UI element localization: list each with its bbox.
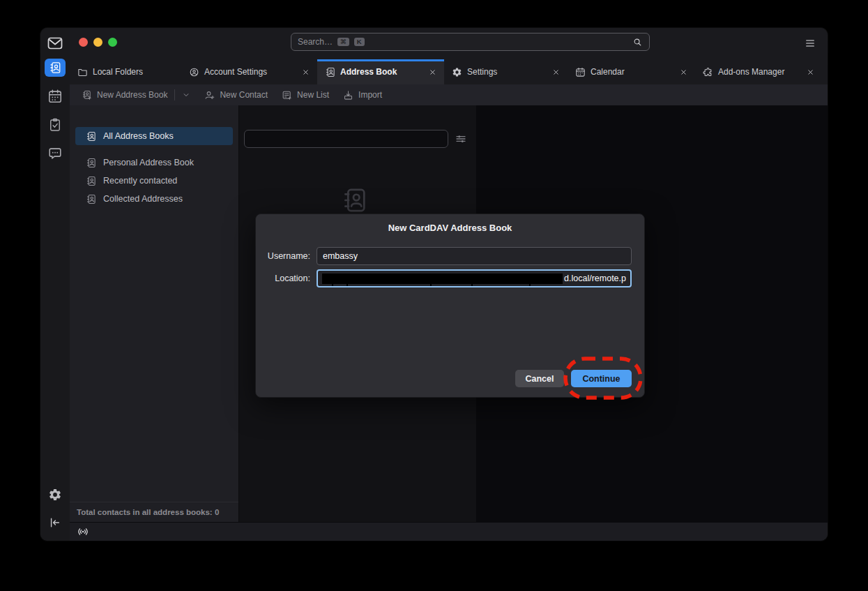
title-bar: Search… ⌘ K (70, 28, 828, 59)
close-tab-icon[interactable] (552, 68, 560, 76)
toolbar-label: New Address Book (97, 90, 167, 100)
app-menu-icon[interactable] (805, 38, 816, 48)
new-list-icon (282, 90, 292, 100)
dialog-title: New CardDAV Address Book (256, 223, 644, 233)
username-label: Username: (267, 251, 310, 261)
tab-label: Account Settings (204, 67, 267, 77)
continue-button[interactable]: Continue (571, 370, 632, 387)
k-keycap: K (354, 38, 365, 47)
new-list-button[interactable]: New List (282, 90, 329, 100)
screen: Search… ⌘ K Local Folders Account Settin… (0, 0, 868, 591)
new-address-book-icon (82, 90, 92, 100)
toolbar-label: New Contact (220, 90, 268, 100)
address-book-icon (86, 158, 96, 168)
toolbar-label: New List (297, 90, 329, 100)
tasks-space-icon[interactable] (47, 117, 63, 133)
tab-label: Settings (467, 67, 497, 77)
tab-settings[interactable]: Settings (444, 59, 568, 84)
collapse-rail-icon[interactable] (47, 514, 63, 531)
minimize-window-button[interactable] (93, 38, 102, 47)
location-label: Location: (267, 274, 310, 283)
account-icon (189, 67, 199, 77)
new-address-book-button[interactable]: New Address Book (82, 89, 190, 100)
spaces-toolbar (40, 28, 70, 541)
address-book-icon (86, 176, 96, 186)
import-icon (343, 90, 353, 100)
calendar-space-icon[interactable] (47, 88, 63, 104)
chevron-down-icon[interactable] (182, 91, 190, 99)
gear-icon (452, 67, 462, 77)
tab-address-book[interactable]: Address Book (317, 59, 444, 84)
zoom-window-button[interactable] (108, 38, 117, 47)
calendar-icon (575, 67, 586, 77)
address-books-sidebar: All Address Books Personal Address Book … (70, 105, 238, 522)
broadcast-icon (77, 525, 89, 538)
search-icon (632, 37, 643, 47)
address-book-toolbar: New Address Book New Contact New List Im… (70, 84, 828, 105)
location-field[interactable]: d.local/remote.p (317, 269, 632, 287)
new-contact-icon (204, 90, 215, 100)
redacted-location-text (322, 274, 563, 284)
address-book-icon (86, 194, 96, 204)
total-contacts-status: Total contacts in all address books: 0 (70, 502, 238, 522)
address-book-icon (86, 131, 96, 142)
sidebar-item-label: Recently contacted (103, 176, 177, 186)
global-search-field[interactable]: Search… ⌘ K (291, 33, 650, 51)
settings-gear-icon[interactable] (47, 486, 63, 503)
close-tab-icon[interactable] (302, 68, 310, 76)
puzzle-icon (703, 67, 713, 77)
sidebar-item-recently-contacted[interactable]: Recently contacted (75, 172, 233, 190)
chat-space-icon[interactable] (47, 145, 63, 161)
address-book-space-icon[interactable] (45, 59, 66, 77)
tab-local-folders[interactable]: Local Folders (70, 59, 181, 84)
sidebar-item-personal-address-book[interactable]: Personal Address Book (75, 154, 233, 172)
toolbar-label: Import (358, 90, 382, 100)
new-carddav-dialog: New CardDAV Address Book Username: Locat… (255, 214, 645, 398)
status-bar (70, 522, 828, 541)
location-visible-text: d.local/remote.p (564, 274, 626, 283)
traffic-lights (79, 38, 117, 47)
import-button[interactable]: Import (343, 90, 382, 100)
tab-label: Add-ons Manager (718, 67, 784, 77)
folder-icon (77, 67, 88, 77)
tab-bar: Local Folders Account Settings Address B… (70, 59, 828, 84)
empty-address-book-icon (341, 187, 367, 214)
close-tab-icon[interactable] (429, 68, 436, 76)
tab-label: Calendar (591, 67, 625, 77)
close-window-button[interactable] (79, 38, 88, 47)
username-field[interactable] (317, 247, 632, 265)
close-tab-icon[interactable] (807, 68, 814, 76)
tab-label: Local Folders (93, 67, 143, 77)
sidebar-item-label: Collected Addresses (103, 194, 183, 204)
sidebar-item-collected-addresses[interactable]: Collected Addresses (75, 190, 233, 208)
display-options-icon[interactable] (455, 133, 467, 145)
sidebar-item-label: Personal Address Book (103, 158, 194, 167)
tab-addons-manager[interactable]: Add-ons Manager (695, 59, 822, 84)
sidebar-item-all-address-books[interactable]: All Address Books (75, 127, 233, 145)
cancel-button[interactable]: Cancel (515, 370, 564, 387)
mail-space-icon[interactable] (47, 35, 63, 52)
address-book-icon (325, 67, 335, 77)
sidebar-item-label: All Address Books (103, 131, 174, 141)
close-tab-icon[interactable] (680, 68, 687, 76)
tab-calendar[interactable]: Calendar (568, 59, 695, 84)
tab-label: Address Book (340, 67, 397, 77)
cmd-keycap: ⌘ (337, 38, 349, 47)
tab-account-settings[interactable]: Account Settings (181, 59, 317, 84)
new-contact-button[interactable]: New Contact (204, 90, 268, 100)
split-divider (174, 89, 175, 100)
search-placeholder: Search… (298, 37, 333, 47)
contacts-search-input[interactable] (244, 130, 448, 148)
